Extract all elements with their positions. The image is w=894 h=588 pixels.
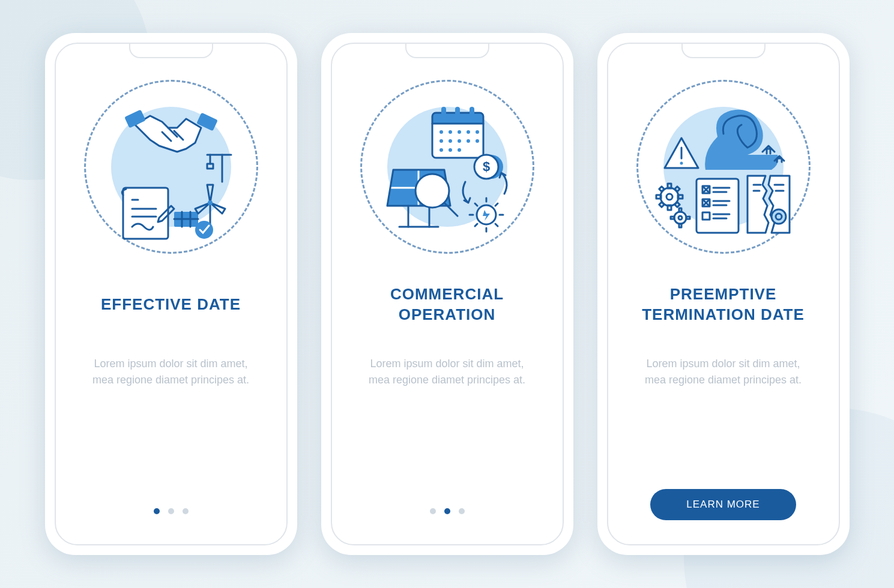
svg-line-52 (495, 203, 498, 206)
warning-document-icon (645, 89, 802, 245)
phone-notch (405, 44, 489, 58)
svg-point-22 (449, 130, 452, 134)
svg-rect-67 (679, 208, 681, 212)
phone-notch (681, 44, 766, 58)
page-dot-1[interactable] (154, 508, 160, 514)
page-dot-3[interactable] (459, 508, 465, 514)
svg-line-51 (475, 224, 477, 226)
svg-rect-70 (686, 217, 690, 219)
svg-rect-2 (123, 188, 168, 239)
calendar-solar-illustration: $ (354, 74, 540, 260)
svg-rect-63 (659, 187, 663, 191)
handshake-contract-illustration (78, 74, 264, 260)
svg-point-13 (195, 221, 213, 239)
svg-line-49 (475, 203, 477, 206)
svg-rect-12 (207, 164, 213, 169)
svg-rect-19 (455, 107, 460, 118)
svg-point-33 (458, 148, 461, 152)
svg-point-29 (467, 139, 470, 143)
svg-point-25 (476, 130, 479, 134)
svg-rect-61 (674, 187, 679, 191)
screen-title: PREEMPTIVE TERMINATION DATE (626, 284, 821, 326)
warning-document-illustration (630, 74, 817, 260)
svg-point-28 (458, 139, 461, 143)
onboarding-screen-3: PREEMPTIVE TERMINATION DATE Lorem ipsum … (607, 43, 840, 545)
svg-rect-18 (441, 107, 446, 118)
svg-rect-60 (678, 195, 683, 199)
svg-point-21 (439, 130, 443, 134)
svg-point-27 (449, 139, 452, 143)
page-indicator (430, 508, 465, 520)
svg-rect-20 (470, 107, 474, 118)
phone-mockup-1: EFFECTIVE DATE Lorem ipsum dolor sit dim… (45, 33, 297, 555)
onboarding-screen-1: EFFECTIVE DATE Lorem ipsum dolor sit dim… (55, 43, 288, 545)
screen-title: EFFECTIVE DATE (101, 284, 241, 326)
screen-description: Lorem ipsum dolor sit dim amet, mea regi… (626, 356, 821, 489)
onboarding-screens-row: EFFECTIVE DATE Lorem ipsum dolor sit dim… (45, 33, 850, 555)
screen-description: Lorem ipsum dolor sit dim amet, mea regi… (74, 356, 268, 508)
page-dot-1[interactable] (430, 508, 436, 514)
svg-point-32 (449, 148, 452, 152)
svg-point-30 (476, 139, 479, 143)
svg-point-65 (674, 212, 686, 224)
screen-title: COMMERCIAL OPERATION (350, 284, 545, 326)
phone-mockup-3: PREEMPTIVE TERMINATION DATE Lorem ipsum … (597, 33, 850, 555)
svg-rect-58 (668, 205, 671, 210)
page-dot-2[interactable] (168, 508, 174, 514)
learn-more-button[interactable]: LEARN MORE (650, 489, 796, 520)
svg-rect-57 (668, 184, 671, 188)
svg-rect-64 (674, 202, 679, 207)
svg-rect-69 (671, 217, 674, 219)
svg-point-24 (467, 130, 470, 134)
svg-point-31 (439, 148, 443, 152)
screen-description: Lorem ipsum dolor sit dim amet, mea regi… (350, 356, 545, 508)
svg-point-54 (680, 162, 683, 165)
onboarding-screen-2: $ (331, 43, 564, 545)
page-indicator (154, 508, 189, 520)
svg-rect-62 (659, 202, 663, 207)
svg-text:$: $ (482, 159, 489, 174)
svg-point-85 (772, 209, 786, 224)
page-dot-2[interactable] (444, 508, 450, 514)
phone-mockup-2: $ (321, 33, 573, 555)
page-dot-3[interactable] (183, 508, 189, 514)
svg-rect-68 (679, 224, 681, 227)
svg-rect-59 (656, 195, 661, 199)
svg-line-50 (495, 224, 498, 226)
svg-point-8 (208, 200, 213, 205)
svg-point-23 (458, 130, 461, 134)
phone-notch (129, 44, 213, 58)
svg-point-26 (439, 139, 443, 143)
calendar-solar-icon: $ (369, 89, 525, 245)
handshake-contract-icon (93, 89, 249, 245)
